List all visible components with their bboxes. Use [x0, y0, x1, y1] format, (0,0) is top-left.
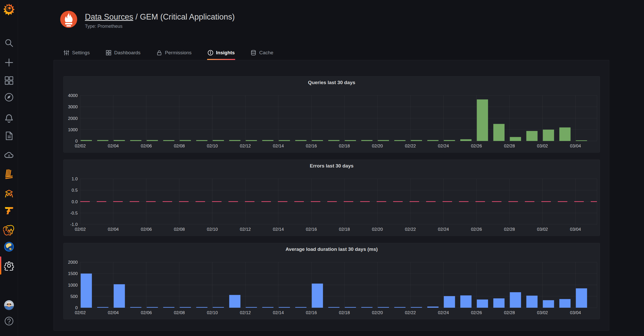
x-axis-tick-label: 02/14	[273, 227, 284, 232]
y-axis-tick-label: 4000	[68, 93, 78, 98]
tab-settings[interactable]: Settings	[63, 46, 90, 60]
x-axis-tick-label: 02/28	[504, 310, 515, 315]
bar-02/05	[130, 140, 142, 141]
prometheus-logo	[60, 10, 78, 28]
bar-03/03	[559, 127, 571, 141]
y-axis-tick-label: 500	[70, 294, 78, 299]
lock-icon	[156, 50, 162, 56]
breadcrumb-separator: /	[133, 12, 140, 21]
bar-03/03	[559, 299, 571, 308]
grafana-logo-icon	[3, 3, 15, 16]
tab-insights[interactable]: Insights	[207, 46, 235, 60]
bar-02/11	[229, 295, 241, 308]
bar-02/02	[81, 273, 92, 308]
bar-03/04	[576, 288, 587, 308]
tab-insights-label: Insights	[216, 50, 235, 56]
y-axis-tick-label: 1000	[68, 127, 78, 132]
bar-02/25	[460, 295, 472, 308]
load-duration-panel: Average load duration last 30 days (ms) …	[63, 243, 600, 319]
y-axis-tick-label: -1.0	[70, 222, 78, 227]
errors-chart-plot[interactable]: -1.0-0.50.00.51.002/0202/0402/0602/0802/…	[64, 160, 600, 236]
bar-02/20	[378, 307, 389, 308]
x-axis-tick-label: 02/18	[339, 144, 350, 148]
bar-02/26	[477, 299, 488, 308]
load-duration-chart-plot[interactable]: 050010001500200002/0202/0402/0602/0802/1…	[64, 243, 600, 319]
bar-02/19	[361, 307, 373, 308]
y-axis-tick-label: 3000	[68, 104, 78, 109]
explore-compass-icon[interactable]	[0, 92, 18, 102]
x-axis-tick-label: 02/04	[108, 310, 119, 315]
bar-02/22	[411, 307, 422, 308]
bar-02/09	[196, 140, 208, 141]
tab-dashboards[interactable]: Dashboards	[105, 46, 141, 60]
tab-bar: Settings Dashboards Permissions Insights…	[63, 46, 274, 60]
bar-02/24	[444, 296, 455, 308]
bar-02/25	[460, 139, 472, 141]
x-axis-tick-label: 03/02	[537, 227, 548, 232]
bar-03/01	[526, 131, 538, 141]
page-header: Data Sources / GEM (Critical Application…	[60, 10, 235, 29]
x-axis-tick-label: 02/16	[306, 144, 317, 148]
y-axis-tick-label: 0	[75, 305, 78, 310]
x-axis-tick-label: 02/08	[174, 310, 185, 315]
x-axis-tick-label: 03/04	[570, 144, 581, 148]
bar-02/17	[328, 307, 340, 308]
x-axis-tick-label: 02/16	[306, 310, 317, 315]
bar-02/21	[394, 307, 405, 308]
bar-02/13	[262, 140, 274, 141]
queries-chart-plot[interactable]: 0100020003000400002/0202/0402/0602/0802/…	[64, 76, 600, 152]
bar-02/06	[147, 307, 158, 308]
alerting-bell-icon[interactable]	[0, 113, 18, 123]
bar-02/15	[295, 307, 306, 308]
bar-02/08	[180, 140, 191, 141]
y-axis-tick-label: 0.5	[72, 188, 78, 193]
x-axis-tick-label: 02/28	[504, 227, 515, 232]
bar-02/19	[361, 140, 373, 141]
loki-app-icon[interactable]	[0, 169, 18, 180]
x-axis-tick-label: 02/02	[75, 227, 86, 232]
dashboards-grid-icon[interactable]	[0, 76, 18, 85]
mimir-app-icon[interactable]	[0, 187, 18, 199]
bar-02/03	[97, 140, 109, 141]
bar-02/08	[180, 307, 191, 308]
x-axis-tick-label: 02/12	[240, 310, 251, 315]
x-axis-tick-label: 02/24	[438, 310, 449, 315]
bar-02/22	[411, 140, 422, 141]
machine-learning-brain-icon[interactable]	[0, 224, 18, 236]
database-icon	[251, 50, 256, 56]
bar-02/06	[147, 140, 158, 141]
breadcrumb-link-data-sources[interactable]: Data Sources	[85, 12, 133, 21]
x-axis-tick-label: 02/20	[372, 310, 383, 315]
cloud-alert-icon[interactable]	[0, 150, 18, 160]
bar-02/18	[345, 307, 356, 308]
x-axis-tick-label: 03/04	[570, 310, 581, 315]
tab-cache[interactable]: Cache	[250, 46, 274, 60]
configuration-gear-icon[interactable]	[0, 261, 18, 271]
bar-02/04	[114, 140, 125, 141]
sidebar	[0, 0, 18, 336]
insights-content: Queries last 30 days 0100020003000400002…	[54, 60, 609, 331]
queries-panel: Queries last 30 days 0100020003000400002…	[63, 76, 600, 153]
tab-permissions[interactable]: Permissions	[156, 46, 192, 60]
bar-03/02	[543, 130, 554, 141]
tempo-app-icon[interactable]	[0, 205, 18, 216]
bar-02/24	[444, 140, 455, 141]
bar-02/18	[345, 140, 356, 141]
x-axis-tick-label: 02/02	[75, 144, 86, 148]
info-circle-icon	[208, 50, 213, 56]
user-avatar[interactable]	[0, 300, 18, 310]
x-axis-tick-label: 02/26	[471, 310, 482, 315]
worldping-globe-icon[interactable]	[0, 241, 18, 252]
x-axis-tick-label: 02/12	[240, 227, 251, 232]
x-axis-tick-label: 02/10	[207, 144, 218, 148]
help-icon[interactable]	[0, 316, 18, 326]
bar-02/03	[97, 307, 109, 308]
plus-icon[interactable]	[0, 58, 18, 67]
tab-dashboards-label: Dashboards	[114, 50, 140, 56]
x-axis-tick-label: 03/02	[537, 144, 548, 148]
x-axis-tick-label: 02/18	[339, 227, 350, 232]
bar-02/23	[427, 307, 439, 308]
document-icon[interactable]	[0, 131, 18, 141]
grafana-logo[interactable]	[0, 3, 18, 16]
search-icon[interactable]	[0, 38, 18, 48]
